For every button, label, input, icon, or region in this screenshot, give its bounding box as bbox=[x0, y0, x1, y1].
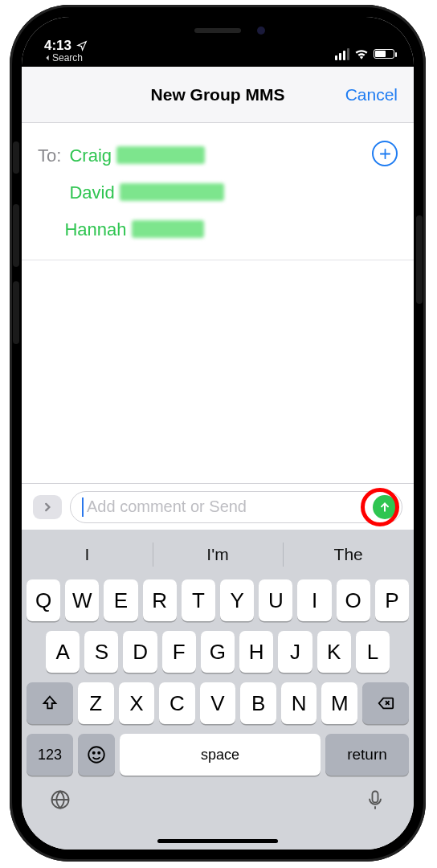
key-m[interactable]: M bbox=[321, 682, 357, 724]
message-input[interactable]: Add comment or Send bbox=[70, 491, 402, 523]
key-numbers[interactable]: 123 bbox=[27, 734, 73, 776]
cell-signal-icon bbox=[335, 48, 349, 60]
globe-icon bbox=[49, 788, 71, 811]
key-r[interactable]: R bbox=[143, 579, 177, 621]
device-frame: 4:13 Search New Group MMS Cancel To: bbox=[10, 5, 426, 862]
plus-icon bbox=[378, 147, 392, 161]
home-indicator[interactable] bbox=[157, 839, 278, 843]
send-button[interactable] bbox=[373, 495, 397, 519]
key-k[interactable]: K bbox=[317, 631, 351, 673]
svg-rect-4 bbox=[373, 792, 378, 803]
key-v[interactable]: V bbox=[200, 682, 236, 724]
recipient-chip[interactable]: David bbox=[69, 182, 114, 203]
emoji-icon bbox=[86, 744, 107, 765]
battery-icon bbox=[374, 49, 394, 59]
key-d[interactable]: D bbox=[123, 631, 157, 673]
svg-point-0 bbox=[88, 747, 104, 763]
key-t[interactable]: T bbox=[182, 579, 215, 621]
key-b[interactable]: B bbox=[240, 682, 276, 724]
text-cursor bbox=[82, 497, 84, 517]
key-g[interactable]: G bbox=[201, 631, 235, 673]
key-s[interactable]: S bbox=[84, 631, 118, 673]
key-n[interactable]: N bbox=[281, 682, 317, 724]
recipients-field[interactable]: To: Craig To: David To Hannah bbox=[22, 123, 414, 260]
chevron-right-icon bbox=[42, 502, 53, 513]
microphone-icon bbox=[364, 788, 386, 811]
location-icon bbox=[76, 40, 88, 51]
dictation-button[interactable] bbox=[364, 788, 386, 814]
back-label: Search bbox=[52, 52, 83, 63]
svg-point-1 bbox=[93, 752, 95, 754]
cancel-button[interactable]: Cancel bbox=[345, 85, 398, 104]
arrow-up-icon bbox=[378, 501, 391, 514]
prediction-bar: I I'm The bbox=[22, 534, 414, 575]
key-row-2: A S D F G H J K L bbox=[22, 626, 414, 678]
keyboard-dock bbox=[22, 780, 414, 827]
key-z[interactable]: Z bbox=[78, 682, 114, 724]
key-a[interactable]: A bbox=[46, 631, 80, 673]
prediction[interactable]: I bbox=[22, 534, 153, 575]
page-title: New Group MMS bbox=[151, 85, 285, 104]
keyboard: I I'm The Q W E R T Y U I O P A S D F bbox=[22, 530, 414, 850]
key-emoji[interactable] bbox=[78, 734, 115, 776]
shift-icon bbox=[41, 694, 59, 712]
key-w[interactable]: W bbox=[65, 579, 99, 621]
key-return[interactable]: return bbox=[325, 734, 409, 776]
backspace-icon bbox=[377, 694, 394, 712]
key-i[interactable]: I bbox=[297, 579, 331, 621]
svg-point-2 bbox=[98, 752, 100, 754]
key-x[interactable]: X bbox=[119, 682, 155, 724]
expand-apps-button[interactable] bbox=[33, 495, 62, 519]
key-q[interactable]: Q bbox=[27, 579, 60, 621]
key-j[interactable]: J bbox=[278, 631, 312, 673]
prediction[interactable]: I'm bbox=[153, 534, 284, 575]
notch bbox=[125, 17, 310, 44]
prediction[interactable]: The bbox=[283, 534, 414, 575]
key-row-1: Q W E R T Y U I O P bbox=[22, 575, 414, 626]
key-p[interactable]: P bbox=[375, 579, 409, 621]
key-y[interactable]: Y bbox=[220, 579, 254, 621]
key-o[interactable]: O bbox=[337, 579, 370, 621]
status-time: 4:13 bbox=[44, 38, 71, 54]
screen: 4:13 Search New Group MMS Cancel To: bbox=[22, 17, 414, 850]
key-l[interactable]: L bbox=[356, 631, 390, 673]
key-row-4: 123 space return bbox=[22, 729, 414, 780]
key-row-3: Z X C V B N M bbox=[22, 678, 414, 729]
back-to-search[interactable]: Search bbox=[44, 52, 88, 63]
to-label: To: bbox=[38, 145, 61, 166]
key-h[interactable]: H bbox=[239, 631, 273, 673]
navbar: New Group MMS Cancel bbox=[22, 67, 414, 123]
key-space[interactable]: space bbox=[120, 734, 321, 776]
message-placeholder: Add comment or Send bbox=[87, 497, 373, 516]
switch-keyboard-button[interactable] bbox=[49, 788, 71, 814]
key-f[interactable]: F bbox=[162, 631, 196, 673]
key-delete[interactable] bbox=[362, 682, 409, 724]
add-contact-button[interactable] bbox=[372, 141, 398, 166]
compose-bar: Add comment or Send bbox=[22, 483, 414, 530]
key-u[interactable]: U bbox=[259, 579, 292, 621]
recipient-chip[interactable]: Craig bbox=[69, 145, 112, 166]
wifi-icon bbox=[354, 48, 369, 59]
key-shift[interactable] bbox=[27, 682, 73, 724]
recipient-chip[interactable]: Hannah bbox=[64, 219, 126, 240]
key-c[interactable]: C bbox=[159, 682, 195, 724]
key-e[interactable]: E bbox=[104, 579, 137, 621]
